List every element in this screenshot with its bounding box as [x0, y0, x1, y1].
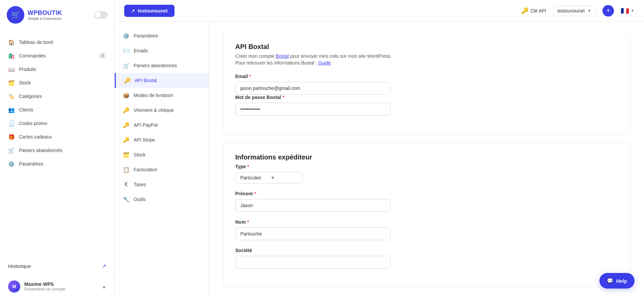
- settings-item-stock[interactable]: 🗂️ Stock: [115, 147, 209, 162]
- settings-item-outils[interactable]: 🔧 Outils: [115, 192, 209, 207]
- logo-subtitle: Simple e-Commerce: [28, 17, 62, 21]
- settings-sidebar: ⚙️ Paramètres ✉️ Emails 🛒 Paniers abando…: [115, 22, 209, 298]
- sidebar-item-clients[interactable]: 👥 Clients: [0, 103, 114, 117]
- email-field-group: Email *: [235, 74, 618, 95]
- password-input[interactable]: [235, 103, 391, 116]
- paniers-abandonnes-settings-icon: 🛒: [123, 62, 130, 69]
- settings-item-facturation[interactable]: 📋 Facturation: [115, 162, 209, 177]
- sidebar-item-cartes-cadeaux[interactable]: 🎁 Cartes cadeaux: [0, 130, 114, 144]
- password-label: Mot de passe Boxtal *: [235, 95, 618, 100]
- api-boxtal-desc2: Pour retrouver les informations Boxtal :…: [235, 60, 618, 66]
- sidebar-item-label: Paniers abandonnés: [19, 148, 62, 153]
- sidebar-item-label: Catégories: [19, 94, 42, 99]
- footer-role: Paramètres du compte: [24, 287, 65, 292]
- cart-icon: 🛒: [11, 10, 20, 19]
- flag-icon: 🇫🇷: [621, 7, 629, 15]
- sidebar-item-produits[interactable]: 📖 Produits: [0, 63, 114, 76]
- paniers-abandonnes-icon: 🛒: [8, 147, 15, 154]
- main-area: ↗ testounounet 🔑 Clé API testounounet ▼ …: [115, 0, 644, 298]
- settings-item-api-boxtal[interactable]: 🔑 API Boxtal: [115, 73, 209, 88]
- toggle-button[interactable]: [94, 11, 108, 19]
- logo-title: WPBOUTIK: [28, 9, 62, 17]
- logo-icon: 🛒: [7, 6, 24, 24]
- sidebar-item-paniers-abandonnes[interactable]: 🛒 Paniers abandonnés: [0, 144, 114, 157]
- outils-settings-icon: 🔧: [123, 196, 130, 203]
- email-required: *: [249, 74, 251, 79]
- expediteur-title: Informations expéditeur: [235, 153, 618, 161]
- sidebar-item-label: Tableau de bord: [19, 40, 53, 45]
- api-paypal-settings-icon: 🔑: [123, 122, 130, 128]
- api-boxtal-card: API Boxtal Créer mon compte Boxtal pour …: [223, 32, 630, 134]
- settings-item-parametres[interactable]: ⚙️ Paramètres: [115, 28, 209, 43]
- settings-item-virement-cheque[interactable]: 🔑 Virement & chèque: [115, 103, 209, 118]
- settings-item-label: Paramètres: [134, 33, 158, 39]
- modes-de-livraison-settings-icon: 📦: [123, 92, 130, 99]
- guide-link[interactable]: Guide: [318, 60, 331, 66]
- settings-item-label: Taxes: [134, 182, 146, 187]
- settings-item-api-paypal[interactable]: 🔑 API PayPal: [115, 118, 209, 132]
- nom-input[interactable]: [235, 227, 391, 240]
- help-label: Help: [616, 278, 627, 284]
- avatar: M: [8, 280, 20, 293]
- sidebar-item-commandes[interactable]: 🛍️ Commandes 3: [0, 49, 114, 63]
- historique-external-icon[interactable]: ↗: [102, 263, 106, 269]
- sidebar-item-label: Cartes cadeaux: [19, 134, 52, 140]
- sidebar-item-stock[interactable]: 🗂️ Stock: [0, 76, 114, 90]
- settings-item-label: Modes de livraison: [134, 93, 173, 98]
- settings-item-label: Emails: [134, 48, 148, 53]
- user-label: testounounet: [557, 8, 585, 14]
- type-select[interactable]: Particulier ▼: [235, 172, 303, 183]
- api-boxtal-desc1: Créer mon compte Boxtal pour envoyer mes…: [235, 53, 618, 59]
- site-button[interactable]: ↗ testounounet: [124, 5, 175, 17]
- sidebar-item-label: Codes promo: [19, 121, 47, 126]
- language-selector[interactable]: 🇫🇷 ▼: [621, 7, 635, 15]
- desc1-cont: pour envoyer mes colis sur mon site Word…: [290, 53, 392, 59]
- boxtal-link[interactable]: Boxtal: [276, 53, 289, 59]
- sidebar-nav: 🏠 Tableau de bord 🛍️ Commandes 3 📖 Produ…: [0, 30, 114, 257]
- settings-item-label: Outils: [134, 197, 146, 202]
- password-field-group: Mot de passe Boxtal *: [235, 95, 618, 116]
- codes-promo-icon: 🧾: [8, 120, 15, 127]
- sidebar-footer: M Maxime WPS Paramètres du compte ▲: [0, 275, 114, 298]
- clients-icon: 👥: [8, 106, 15, 113]
- api-boxtal-settings-icon: 🔑: [124, 77, 131, 84]
- societe-input[interactable]: [235, 256, 391, 269]
- help-icon: 💬: [607, 278, 613, 284]
- nom-required: *: [247, 219, 249, 225]
- type-chevron-icon: ▼: [270, 175, 298, 180]
- sidebar-historique: Historique ↗: [0, 257, 114, 275]
- settings-item-label: Stock: [134, 152, 145, 157]
- email-label: Email *: [235, 74, 618, 79]
- external-link-icon: ↗: [131, 8, 135, 14]
- settings-item-emails[interactable]: ✉️ Emails: [115, 43, 209, 58]
- settings-item-paniers-abandonnes[interactable]: 🛒 Paniers abandonnés: [115, 58, 209, 73]
- footer-chevron-icon[interactable]: ▲: [102, 284, 106, 289]
- settings-item-label: Paniers abandonnés: [134, 63, 177, 68]
- sidebar-item-categories[interactable]: 🏷️ Catégories: [0, 90, 114, 103]
- site-button-label: testounounet: [138, 8, 168, 14]
- prenom-input[interactable]: [235, 199, 391, 212]
- add-button[interactable]: +: [602, 5, 614, 17]
- expediteur-card: Informations expéditeur Type * Particuli…: [223, 142, 630, 287]
- parametres-settings-icon: ⚙️: [123, 32, 130, 39]
- sidebar-item-label: Paramètres: [19, 161, 43, 167]
- email-input[interactable]: [235, 82, 391, 95]
- type-required: *: [247, 164, 249, 169]
- user-selector[interactable]: testounounet ▼: [553, 6, 596, 16]
- main-content: API Boxtal Créer mon compte Boxtal pour …: [209, 22, 644, 298]
- settings-item-taxes[interactable]: € Taxes: [115, 177, 209, 192]
- facturation-settings-icon: 📋: [123, 166, 130, 173]
- settings-item-api-stripe[interactable]: 🔑 API Stripe: [115, 132, 209, 147]
- user-chevron-icon: ▼: [587, 8, 591, 13]
- cartes-cadeaux-icon: 🎁: [8, 133, 15, 140]
- sidebar-item-tableau-de-bord[interactable]: 🏠 Tableau de bord: [0, 35, 114, 49]
- logo-text: WPBOUTIK Simple e-Commerce: [28, 9, 62, 21]
- flag-chevron-icon: ▼: [630, 8, 635, 13]
- sidebar-item-codes-promo[interactable]: 🧾 Codes promo: [0, 117, 114, 130]
- sidebar-item-parametres[interactable]: ⚙️ Paramètres: [0, 157, 114, 171]
- key-icon: 🔑: [521, 7, 529, 15]
- help-button[interactable]: 💬 Help: [599, 273, 635, 289]
- tableau-de-bord-icon: 🏠: [8, 39, 15, 46]
- type-label: Type *: [235, 164, 618, 169]
- settings-item-modes-de-livraison[interactable]: 📦 Modes de livraison: [115, 88, 209, 103]
